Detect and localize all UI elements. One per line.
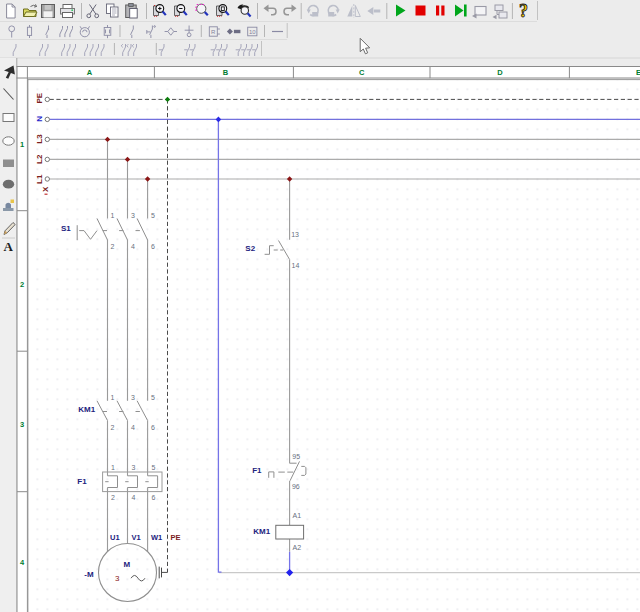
svg-text:F1: F1 (77, 477, 87, 486)
svg-text:S1: S1 (61, 224, 71, 233)
svg-text:3: 3 (20, 420, 24, 429)
svg-text:1: 1 (111, 464, 115, 471)
svg-text:6: 6 (151, 243, 155, 250)
svg-text:KM1: KM1 (253, 527, 270, 536)
svg-text:2: 2 (110, 424, 114, 431)
svg-text:M: M (124, 560, 131, 569)
svg-text:X: X (42, 186, 51, 192)
svg-text:1: 1 (110, 212, 114, 219)
svg-text:F1: F1 (252, 466, 262, 475)
svg-text:2: 2 (20, 280, 24, 289)
svg-text:5: 5 (151, 212, 155, 219)
svg-text:N: N (36, 116, 45, 122)
svg-text:L2: L2 (35, 154, 44, 164)
svg-text:E: E (636, 68, 640, 77)
svg-text:3: 3 (131, 212, 135, 219)
svg-text:D: D (497, 68, 503, 77)
svg-text:A: A (87, 68, 93, 77)
svg-text:R: R (211, 29, 216, 35)
svg-text:KM1: KM1 (78, 405, 95, 414)
svg-text:A: A (4, 239, 14, 254)
svg-text:L1: L1 (35, 174, 44, 184)
svg-text:-M: -M (84, 570, 94, 579)
svg-text:?: ? (519, 1, 528, 21)
svg-text:96: 96 (292, 483, 300, 490)
svg-text:5: 5 (151, 394, 155, 401)
svg-text:3: 3 (115, 574, 120, 583)
svg-text:1: 1 (20, 140, 24, 149)
svg-text:1: 1 (110, 394, 114, 401)
svg-text:U1: U1 (110, 533, 120, 542)
svg-text:B: B (223, 68, 229, 77)
svg-text:5: 5 (152, 464, 156, 471)
svg-text:3: 3 (131, 394, 135, 401)
svg-text:4: 4 (132, 494, 136, 501)
svg-text:C: C (359, 68, 365, 77)
svg-text:6: 6 (151, 424, 155, 431)
svg-text:6: 6 (152, 494, 156, 501)
svg-text:14: 14 (292, 262, 300, 269)
svg-text:V1: V1 (131, 533, 140, 542)
svg-text:4: 4 (131, 243, 135, 250)
svg-text:A1: A1 (293, 512, 302, 519)
svg-text:13: 13 (291, 231, 299, 238)
svg-text:W1: W1 (151, 533, 162, 542)
svg-text:PE: PE (171, 533, 181, 542)
svg-text:2: 2 (110, 243, 114, 250)
svg-text:PE: PE (35, 92, 44, 103)
svg-text:A2: A2 (293, 544, 302, 551)
svg-text:2: 2 (111, 494, 115, 501)
svg-text:S2: S2 (245, 244, 255, 253)
svg-text:3: 3 (132, 464, 136, 471)
svg-text:10: 10 (249, 29, 256, 35)
svg-text:L3: L3 (35, 134, 44, 144)
svg-text:95: 95 (292, 453, 300, 460)
svg-text:4: 4 (131, 424, 135, 431)
